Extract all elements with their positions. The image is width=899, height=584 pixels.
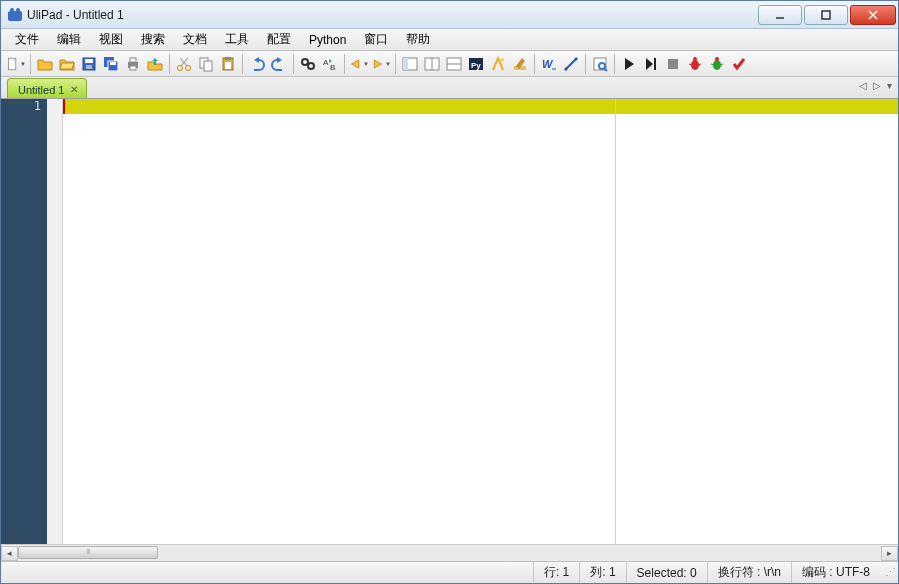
svg-rect-16 <box>130 58 136 62</box>
svg-marker-52 <box>646 58 653 70</box>
window-title: UliPad - Untitled 1 <box>27 8 756 22</box>
svg-point-47 <box>575 57 578 60</box>
validate-icon[interactable] <box>487 53 509 75</box>
current-line-highlight <box>63 99 898 114</box>
svg-line-50 <box>604 68 607 71</box>
close-button[interactable] <box>850 5 896 25</box>
svg-point-59 <box>713 60 721 70</box>
app-icon <box>7 7 23 23</box>
syntax-check-icon[interactable] <box>728 53 750 75</box>
cut-icon[interactable] <box>173 53 195 75</box>
nav-forward-icon[interactable] <box>370 53 392 75</box>
bug-red-icon[interactable] <box>684 53 706 75</box>
stop-icon[interactable] <box>662 53 684 75</box>
maximize-button[interactable] <box>804 5 848 25</box>
menu-python[interactable]: Python <box>301 31 354 49</box>
paste-icon[interactable] <box>217 53 239 75</box>
svg-point-2 <box>16 8 20 12</box>
svg-text:B: B <box>330 63 335 72</box>
scroll-thumb[interactable] <box>18 546 158 559</box>
menu-document[interactable]: 文档 <box>175 29 215 50</box>
svg-rect-4 <box>822 11 830 19</box>
toolbar: AB Py W <box>1 51 898 77</box>
redo-icon[interactable] <box>268 53 290 75</box>
menu-file[interactable]: 文件 <box>7 29 47 50</box>
svg-point-60 <box>715 57 719 61</box>
svg-rect-23 <box>204 61 212 71</box>
upload-icon[interactable] <box>144 53 166 75</box>
tab-untitled-1[interactable]: Untitled 1 ✕ <box>7 78 87 98</box>
split-horizontal-icon[interactable] <box>421 53 443 75</box>
scroll-right-icon[interactable]: ▸ <box>881 546 898 561</box>
menu-help[interactable]: 帮助 <box>398 29 438 50</box>
svg-text:Py: Py <box>471 61 481 70</box>
run-selection-icon[interactable] <box>640 53 662 75</box>
save-all-icon[interactable] <box>100 53 122 75</box>
ruler-icon[interactable] <box>560 53 582 75</box>
edge-guide <box>615 99 616 544</box>
menu-tools[interactable]: 工具 <box>217 29 257 50</box>
svg-point-46 <box>565 67 568 70</box>
minimize-button[interactable] <box>758 5 802 25</box>
status-encoding: 编码 : UTF-8 <box>791 562 880 583</box>
format-icon[interactable] <box>509 53 531 75</box>
tab-navigation: ◁ ▷ ▾ <box>859 80 892 91</box>
save-icon[interactable] <box>78 53 100 75</box>
menu-edit[interactable]: 编辑 <box>49 29 89 50</box>
python-console-icon[interactable]: Py <box>465 53 487 75</box>
tab-label: Untitled 1 <box>18 84 64 96</box>
svg-point-1 <box>10 8 14 12</box>
scroll-left-icon[interactable]: ◂ <box>1 546 18 561</box>
tab-menu-icon[interactable]: ▾ <box>887 80 892 91</box>
resize-grip[interactable]: ⋰ <box>880 566 898 579</box>
svg-rect-25 <box>225 57 231 60</box>
status-eol: 换行符 : \r\n <box>707 562 791 583</box>
word-wrap-icon[interactable]: W <box>538 53 560 75</box>
tab-next-icon[interactable]: ▷ <box>873 80 881 91</box>
menu-config[interactable]: 配置 <box>259 29 299 50</box>
new-file-icon[interactable] <box>5 53 27 75</box>
svg-point-29 <box>302 59 308 65</box>
svg-text:W: W <box>542 58 554 70</box>
window-controls <box>756 5 896 25</box>
tab-bar: Untitled 1 ✕ ◁ ▷ ▾ <box>1 77 898 99</box>
scroll-track[interactable] <box>18 546 881 561</box>
svg-line-20 <box>181 58 188 66</box>
menu-search[interactable]: 搜索 <box>133 29 173 50</box>
preview-icon[interactable] <box>589 53 611 75</box>
horizontal-scrollbar[interactable]: ◂ ▸ <box>1 544 898 561</box>
find-icon[interactable] <box>297 53 319 75</box>
toggle-sidebar-icon[interactable] <box>399 53 421 75</box>
tab-prev-icon[interactable]: ◁ <box>859 80 867 91</box>
svg-point-41 <box>500 58 504 62</box>
undo-icon[interactable] <box>246 53 268 75</box>
print-icon[interactable] <box>122 53 144 75</box>
svg-marker-51 <box>625 58 634 70</box>
text-area[interactable] <box>63 99 898 544</box>
svg-rect-54 <box>668 59 678 69</box>
nav-back-icon[interactable] <box>348 53 370 75</box>
svg-point-30 <box>308 63 314 69</box>
svg-line-21 <box>180 58 187 66</box>
editor[interactable]: 1 <box>1 99 898 544</box>
status-line: 行: 1 <box>533 562 579 583</box>
title-bar: UliPad - Untitled 1 <box>1 1 898 29</box>
replace-icon[interactable]: AB <box>319 53 341 75</box>
line-gutter: 1 <box>1 99 47 544</box>
svg-rect-11 <box>86 65 92 69</box>
run-icon[interactable] <box>618 53 640 75</box>
menu-view[interactable]: 视图 <box>91 29 131 50</box>
status-selected: Selected: 0 <box>626 562 707 583</box>
open-file-icon[interactable] <box>34 53 56 75</box>
copy-icon[interactable] <box>195 53 217 75</box>
open-project-icon[interactable] <box>56 53 78 75</box>
menu-window[interactable]: 窗口 <box>356 29 396 50</box>
bug-green-icon[interactable] <box>706 53 728 75</box>
status-bar: 行: 1 列: 1 Selected: 0 换行符 : \r\n 编码 : UT… <box>1 561 898 583</box>
split-vertical-icon[interactable] <box>443 53 465 75</box>
svg-point-19 <box>186 65 191 70</box>
tab-close-icon[interactable]: ✕ <box>70 84 78 95</box>
svg-point-56 <box>693 57 697 61</box>
svg-rect-26 <box>225 62 231 69</box>
line-number: 1 <box>1 99 41 114</box>
